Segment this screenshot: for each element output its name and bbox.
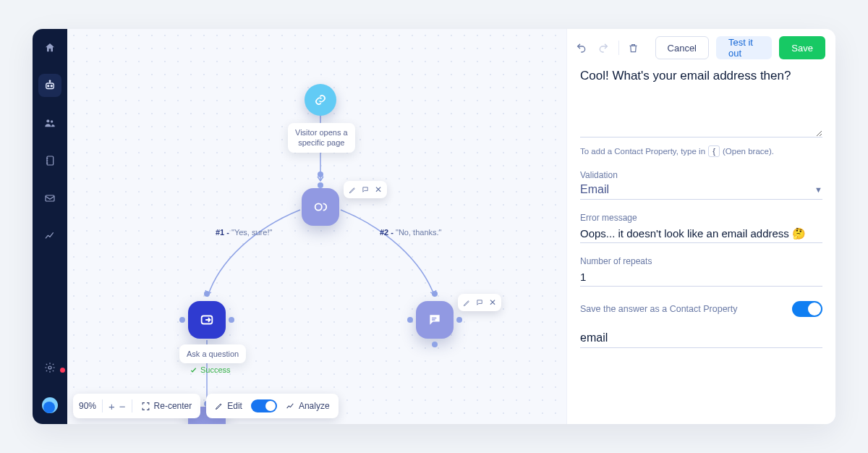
ask-question-node[interactable] (188, 301, 226, 339)
nav-contacts[interactable] (38, 111, 61, 135)
zoom-level: 90% (79, 401, 96, 411)
redo-button[interactable] (596, 38, 610, 57)
contact-property-hint: To add a Contact Property, type in { (Op… (580, 145, 822, 157)
redo-icon (597, 42, 609, 54)
node-copy-button[interactable] (359, 183, 372, 196)
message-node[interactable] (416, 301, 454, 339)
pencil-icon (215, 402, 224, 410)
save-property-toggle[interactable] (792, 301, 822, 317)
choices-icon (312, 199, 328, 215)
mode-group: Edit Analyze (206, 394, 338, 418)
undo-icon (576, 42, 587, 54)
svg-rect-14 (432, 319, 435, 321)
zoom-out-button[interactable]: − (119, 400, 126, 412)
ask-question-label: Ask a question (179, 344, 246, 363)
success-indicator: Success (190, 365, 231, 374)
chevron-down-icon: ▼ (814, 185, 822, 194)
svg-point-4 (46, 119, 49, 122)
nav-notebook[interactable] (38, 149, 61, 172)
test-button[interactable]: Test it out (716, 36, 772, 59)
nav-inbox[interactable] (38, 187, 61, 210)
canvas-bottom-toolbar: 90% + − Re-center Edit (73, 394, 339, 418)
connector-dot (432, 291, 438, 297)
robot-icon (43, 79, 56, 92)
people-icon (44, 117, 56, 129)
nav-analytics[interactable] (38, 224, 61, 247)
nav-settings[interactable] (38, 356, 61, 379)
repeats-input[interactable] (580, 269, 822, 287)
message-node-toolbar: ✕ (458, 294, 501, 311)
nav-chatbot[interactable] (38, 74, 61, 97)
zoom-in-button[interactable]: + (109, 400, 115, 412)
edit-mode-button[interactable]: Edit (212, 401, 245, 411)
connector-dot (456, 317, 462, 323)
pencil-icon (463, 299, 471, 307)
nav-home[interactable] (38, 36, 61, 59)
notification-dot (60, 368, 65, 373)
validation-label: Validation (580, 170, 822, 180)
node-copy-button[interactable] (473, 296, 486, 309)
sidebar (33, 29, 67, 424)
main-area: Visitor opens a specific page ✕ #1 - "Ye… (67, 29, 835, 424)
branch-2-label: #2 - "No, thanks." (380, 228, 441, 237)
check-icon (190, 366, 197, 374)
brand-logo-icon (42, 397, 58, 413)
svg-rect-13 (432, 318, 437, 319)
connector-dot (432, 342, 438, 347)
chat-bubble-icon (362, 186, 370, 194)
trash-icon (628, 43, 639, 54)
node-edit-button[interactable] (460, 296, 473, 309)
connector-dot (407, 317, 413, 323)
svg-point-11 (315, 203, 322, 210)
delete-button[interactable] (626, 38, 640, 57)
node-edit-button[interactable] (346, 183, 359, 196)
node-delete-button[interactable]: ✕ (486, 296, 499, 309)
branch-1-label: #1 - "Yes, sure!" (216, 228, 272, 237)
save-button[interactable]: Save (779, 36, 825, 59)
gear-icon (44, 362, 56, 373)
notebook-icon (44, 155, 56, 166)
input-arrow-icon (199, 312, 215, 328)
home-icon (44, 42, 56, 54)
decision-node-toolbar: ✕ (344, 181, 387, 198)
connector-dot (318, 172, 323, 177)
zoom-group: 90% + − Re-center (73, 394, 200, 418)
node-delete-button[interactable]: ✕ (372, 183, 385, 196)
save-property-label: Save the answer as a Contact Property (580, 304, 737, 314)
properties-panel: Cancel Test it out Save To add a Contact… (566, 29, 835, 424)
trigger-label: Visitor opens a specific page (288, 123, 355, 153)
connector-dot (204, 291, 210, 297)
pencil-icon (349, 186, 357, 194)
svg-point-5 (51, 120, 53, 122)
analyze-mode-button[interactable]: Analyze (283, 401, 333, 411)
connector-dot (179, 317, 185, 323)
mode-toggle[interactable] (251, 399, 277, 412)
error-message-input[interactable] (580, 226, 822, 243)
property-name-input[interactable] (580, 330, 822, 348)
trend-icon (44, 230, 56, 242)
link-icon (314, 93, 327, 106)
connector-dot (229, 317, 234, 323)
nav-brand[interactable] (38, 394, 61, 417)
trigger-node[interactable] (305, 84, 336, 116)
message-textarea[interactable] (580, 68, 822, 137)
chat-bubble-icon (476, 299, 484, 307)
recenter-icon (141, 402, 150, 411)
recenter-button[interactable]: Re-center (138, 401, 195, 411)
panel-body: To add a Contact Property, type in { (Op… (567, 67, 835, 424)
repeats-label: Number of repeats (580, 256, 822, 266)
envelope-icon (44, 192, 56, 204)
svg-point-8 (48, 366, 51, 369)
cancel-button[interactable]: Cancel (655, 36, 709, 59)
svg-rect-7 (46, 195, 54, 201)
validation-select[interactable]: Email ▼ (580, 183, 822, 200)
chat-icon (427, 313, 442, 327)
svg-point-1 (48, 85, 49, 87)
svg-point-3 (49, 80, 51, 82)
decision-node[interactable] (302, 188, 339, 226)
trend-icon (286, 402, 295, 411)
app-window: Visitor opens a specific page ✕ #1 - "Ye… (33, 29, 835, 424)
undo-button[interactable] (574, 38, 589, 57)
open-brace-icon: { (708, 145, 720, 157)
error-message-label: Error message (580, 213, 822, 223)
